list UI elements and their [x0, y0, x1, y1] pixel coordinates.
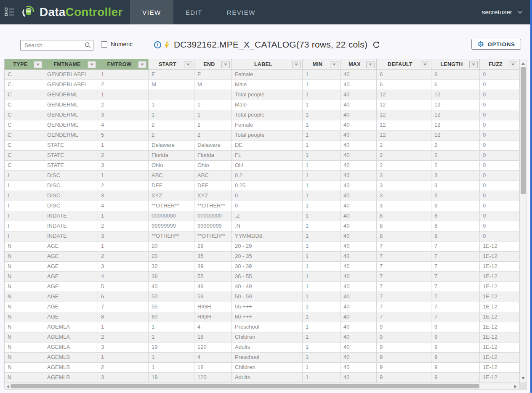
cell[interactable]: AGE [44, 312, 98, 322]
cell[interactable]: 40 [340, 353, 377, 363]
cell[interactable]: 1 [194, 110, 232, 120]
cell[interactable]: 1E-12 [480, 343, 519, 353]
cell[interactable]: 1 [303, 171, 340, 181]
cell[interactable]: Female [232, 120, 303, 130]
cell[interactable]: 9 [377, 353, 431, 363]
cell[interactable]: 40 [340, 130, 377, 141]
cell[interactable]: 1 [98, 353, 149, 363]
cell[interactable]: Florida [194, 151, 232, 161]
cell[interactable]: 2 [98, 151, 149, 161]
cell[interactable]: 40 [340, 151, 377, 161]
cell[interactable]: 1E-12 [480, 373, 519, 383]
cell[interactable]: 8 [377, 231, 431, 242]
cell[interactable]: N [5, 242, 44, 252]
cell[interactable]: Male [232, 80, 303, 90]
cell[interactable]: 6 [377, 70, 431, 80]
cell[interactable]: 6 [98, 292, 149, 302]
cell[interactable]: 0 [480, 100, 519, 110]
cell[interactable]: 3 [377, 181, 431, 191]
cell[interactable]: 1 [98, 322, 149, 332]
cell[interactable]: 0.25 [232, 181, 303, 191]
cell[interactable]: 0 [480, 221, 519, 231]
cell[interactable]: 00000000 [194, 211, 232, 221]
cell[interactable]: 1 [149, 363, 194, 373]
cell[interactable]: 3 [431, 181, 480, 191]
cell[interactable]: F [194, 70, 232, 80]
cell[interactable]: 40 [340, 262, 377, 272]
cell[interactable]: 1E-12 [480, 262, 519, 272]
cell[interactable]: STATE [44, 151, 98, 161]
cell[interactable]: 8 [377, 211, 431, 221]
cell[interactable]: AGE [44, 262, 98, 272]
cell[interactable]: 1 [303, 292, 340, 302]
cell[interactable]: 1 [98, 171, 149, 181]
cell[interactable] [194, 90, 232, 100]
cell[interactable]: 3 [377, 201, 431, 211]
cell[interactable]: 55 [194, 272, 232, 282]
cell[interactable]: 2 [194, 130, 232, 141]
cell[interactable]: 30 - 39 [232, 262, 303, 272]
cell[interactable]: 1 [303, 363, 340, 373]
cell[interactable]: AGEMLB [44, 373, 98, 383]
cell[interactable]: DISC [44, 201, 98, 211]
cell[interactable]: 1 [303, 151, 340, 161]
tab-edit[interactable]: EDIT [173, 0, 215, 24]
cell[interactable]: N [5, 373, 44, 383]
cell[interactable]: 12 [431, 120, 480, 130]
cell[interactable]: C [5, 70, 44, 80]
cell[interactable]: 7 [377, 262, 431, 272]
cell[interactable]: 2 [98, 252, 149, 262]
cell[interactable]: 2 [377, 161, 431, 171]
cell[interactable]: HIGH [194, 302, 232, 312]
cell[interactable]: 0 [480, 171, 519, 181]
cell[interactable]: 1 [303, 110, 340, 120]
cell[interactable]: I [5, 181, 44, 191]
cell[interactable]: 7 [431, 292, 480, 302]
cell[interactable]: **OTHER** [194, 201, 232, 211]
cell[interactable]: 9 [377, 363, 431, 373]
cell[interactable]: 0 [480, 141, 519, 151]
cell[interactable]: 40 [340, 292, 377, 302]
cell[interactable]: 1E-12 [480, 252, 519, 262]
cell[interactable]: STATE [44, 141, 98, 151]
cell[interactable]: 40 [340, 272, 377, 282]
cell[interactable]: 0 [480, 161, 519, 171]
cell[interactable]: 40 [340, 211, 377, 221]
column-header-start[interactable]: START [149, 59, 194, 70]
cell[interactable]: 1 [303, 322, 340, 332]
cell[interactable]: 7 [377, 302, 431, 312]
cell[interactable]: I [5, 171, 44, 181]
cell[interactable]: 9 [431, 363, 480, 373]
cell[interactable]: 1 [303, 373, 340, 383]
cell[interactable]: Total people [232, 110, 303, 120]
cell[interactable] [149, 90, 194, 100]
cell[interactable]: 35 [194, 252, 232, 262]
cell[interactable]: 50 - 59 [232, 292, 303, 302]
cell[interactable]: 9 [431, 332, 480, 343]
cell[interactable]: GENDERML [44, 110, 98, 120]
cell[interactable]: 7 [431, 252, 480, 262]
cell[interactable]: **OTHER** [149, 231, 194, 242]
cell[interactable]: 1 [303, 181, 340, 191]
cell[interactable]: 9 [431, 353, 480, 363]
cell[interactable]: C [5, 141, 44, 151]
cell[interactable]: 4 [194, 353, 232, 363]
cell[interactable]: 8 [98, 312, 149, 322]
filter-button[interactable] [88, 61, 96, 68]
cell[interactable]: 1 [149, 322, 194, 332]
cell[interactable]: 1 [98, 211, 149, 221]
cell[interactable]: 40 [340, 181, 377, 191]
cell[interactable]: N [5, 302, 44, 312]
filter-button[interactable] [330, 61, 338, 68]
cell[interactable]: 1 [303, 282, 340, 292]
cell[interactable]: DISC [44, 191, 98, 201]
cell[interactable]: Ohio [149, 161, 194, 171]
cell[interactable]: 2 [98, 221, 149, 231]
cell[interactable]: Adults [232, 373, 303, 383]
cell[interactable]: 2 [431, 161, 480, 171]
cell[interactable]: YYMMDD8. [232, 231, 303, 242]
cell[interactable]: 1E-12 [480, 353, 519, 363]
cell[interactable]: 12 [377, 130, 431, 141]
cell[interactable]: 7 [377, 272, 431, 282]
cell[interactable]: 7 [431, 312, 480, 322]
